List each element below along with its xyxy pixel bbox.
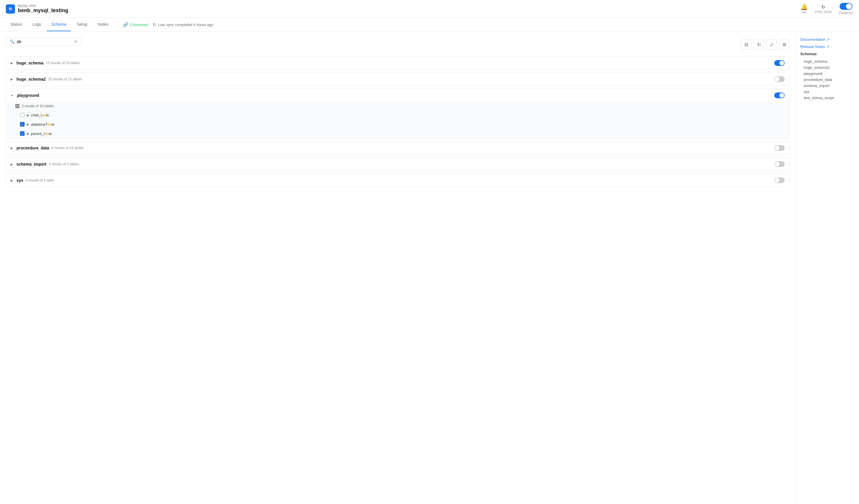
sidebar-item-playground[interactable]: playground	[800, 70, 854, 77]
schema-toggle-sys[interactable]	[774, 177, 785, 183]
table-summary-text: 3 results of 10 tables	[22, 104, 54, 108]
schema-name-playground: playground	[17, 93, 39, 98]
highlight-span: ab	[45, 131, 49, 136]
filter-button[interactable]: ⊟	[741, 39, 751, 50]
schema-header-playground[interactable]: ▼ playground	[6, 89, 789, 102]
tab-logs[interactable]: Logs	[28, 18, 46, 31]
header-right: 🔔 ON ↻ SYNC NOW ENABLED	[801, 3, 853, 15]
sidebar-item-schema-import[interactable]: schema_import	[800, 83, 854, 89]
release-notes-label: Release Notes ↗	[800, 45, 829, 49]
toggle-switch-sys[interactable]	[774, 177, 785, 183]
connected-label: Connected	[130, 22, 148, 27]
sidebar-schema-list: huge_schema huge_schema2 playground proc…	[800, 58, 854, 101]
schema-name-schema-import: schema_import	[16, 162, 46, 167]
settings-button[interactable]: ⚙	[779, 39, 789, 50]
schema-toggle-playground[interactable]	[774, 93, 785, 98]
schema-body-playground: 3 results of 10 tables ▶ child_table ▶ d…	[6, 102, 789, 138]
enabled-label: ENABLED	[839, 12, 853, 15]
schema-toggle-schema-import[interactable]	[774, 161, 785, 167]
header-subtitle: MySQL RDS	[18, 4, 68, 7]
header-left: M MySQL RDS benb_mysql_testing	[6, 4, 68, 14]
sync-status: ↻ Last sync completed 4 hours ago	[153, 22, 213, 27]
schema-count-huge-schema2: 15 results of 15 tables	[48, 77, 82, 81]
toggle-switch-huge-schema2[interactable]	[774, 76, 785, 82]
schema-toggle-huge-schema[interactable]	[774, 60, 785, 66]
schema-header-proceedure-data[interactable]: ▶ proceedure_data 0 results of 24 tables	[6, 142, 789, 154]
table-name-datetime-table: datetimeTable	[31, 122, 55, 127]
sidebar-item-proceedure-data[interactable]: proceedure_data	[800, 77, 854, 83]
documentation-link[interactable]: Documentation ↗	[800, 37, 854, 42]
enabled-toggle[interactable]: ENABLED	[839, 3, 853, 15]
chevron-down-icon: ▼	[11, 94, 14, 97]
checkbox-datetime-table[interactable]	[20, 122, 25, 127]
toggle-switch-huge-schema[interactable]	[774, 60, 785, 66]
toggle-switch-proceedure-data[interactable]	[774, 145, 785, 151]
table-row: ▶ parent_table	[6, 129, 789, 138]
tab-status[interactable]: Status	[6, 18, 27, 31]
header-title: benb_mysql_testing	[18, 7, 68, 14]
refresh-icon: ↻	[822, 4, 825, 10]
nav-tabs: Status Logs Schema Setup Notes 🔗 Connect…	[0, 18, 859, 31]
schema-name-huge-schema: huge_schema	[16, 61, 43, 65]
schema-header-huge-schema[interactable]: ▶ huge_schema 15 results of 20 tables	[6, 57, 789, 69]
sidebar-item-huge-schema2[interactable]: huge_schema2	[800, 64, 854, 70]
notification-button[interactable]: 🔔 ON	[801, 3, 808, 14]
content-area: 🔍 ✕ ⊟ ↻ ⤢ ⚙ ▶ huge_schema 15 results of …	[0, 31, 795, 504]
schema-count-proceedure-data: 0 results of 24 tables	[51, 146, 84, 150]
schema-section-playground: ▼ playground 3 results of 10 tables ▶ ch…	[6, 89, 789, 138]
sync-label: Last sync completed 4 hours ago	[158, 22, 213, 27]
table-row: ▶ child_table	[6, 110, 789, 120]
checkbox-child-table[interactable]	[20, 113, 25, 117]
table-expand-icon[interactable]: ▶	[27, 132, 29, 135]
table-summary-playground: 3 results of 10 tables	[6, 102, 789, 110]
schema-section-sys: ▶ sys 0 results of 1 table	[6, 174, 789, 187]
nav-divider	[118, 22, 118, 28]
toggle-switch-schema-import[interactable]	[774, 161, 785, 167]
minus-icon	[15, 104, 19, 108]
schema-section-huge-schema2: ▶ huge_schema2 15 results of 15 tables	[6, 73, 789, 86]
release-notes-link[interactable]: Release Notes ↗	[800, 45, 854, 49]
app-logo: M	[6, 4, 15, 14]
schemas-sidebar-title: Schemas	[800, 52, 854, 56]
schema-name-sys: sys	[16, 178, 23, 183]
main-layout: 🔍 ✕ ⊟ ↻ ⤢ ⚙ ▶ huge_schema 15 results of …	[0, 31, 859, 504]
checkbox-parent-table[interactable]	[20, 131, 25, 136]
clear-search-icon[interactable]: ✕	[74, 39, 77, 44]
schema-toggle-huge-schema2[interactable]	[774, 76, 785, 82]
schema-name-huge-schema2: huge_schema2	[16, 77, 46, 81]
bell-icon: 🔔	[801, 3, 808, 11]
schema-count-huge-schema: 15 results of 20 tables	[46, 61, 79, 65]
enabled-toggle-switch[interactable]	[840, 3, 852, 10]
expand-all-button[interactable]: ⤢	[766, 39, 777, 50]
connection-status: 🔗 Connected	[123, 22, 148, 28]
table-expand-icon[interactable]: ▶	[27, 123, 29, 126]
sidebar-item-sys[interactable]: sys	[800, 89, 854, 95]
sync-now-button[interactable]: ↻ SYNC NOW	[815, 4, 832, 14]
tab-setup[interactable]: Setup	[72, 18, 92, 31]
sidebar-item-test-shivas-script[interactable]: test_shivas_script	[800, 95, 854, 101]
schema-header-sys[interactable]: ▶ sys 0 results of 1 table	[6, 174, 789, 187]
highlight-span: ab	[42, 113, 46, 117]
search-icon: 🔍	[10, 39, 14, 44]
chevron-right-icon: ▶	[11, 146, 13, 150]
schema-header-schema-import[interactable]: ▶ schema_import 2 results of 2 tables	[6, 158, 789, 171]
tab-schema[interactable]: Schema	[47, 18, 71, 31]
table-row: ▶ datetimeTable	[6, 120, 789, 129]
connected-icon: 🔗	[123, 22, 129, 28]
chevron-right-icon: ▶	[11, 78, 13, 81]
table-name-parent-table: parent_table	[31, 131, 52, 136]
table-expand-icon[interactable]: ▶	[27, 114, 29, 117]
tab-notes[interactable]: Notes	[93, 18, 113, 31]
search-input[interactable]	[17, 39, 72, 44]
header: M MySQL RDS benb_mysql_testing 🔔 ON ↻ SY…	[0, 0, 859, 18]
refresh-button[interactable]: ↻	[754, 39, 764, 50]
schema-header-huge-schema2[interactable]: ▶ huge_schema2 15 results of 15 tables	[6, 73, 789, 85]
sidebar-item-huge-schema[interactable]: huge_schema	[800, 58, 854, 64]
sync-now-label: SYNC NOW	[815, 11, 832, 14]
schema-toggle-proceedure-data[interactable]	[774, 145, 785, 151]
sync-icon: ↻	[153, 22, 156, 27]
search-bar: 🔍 ✕	[6, 37, 81, 46]
toggle-switch-playground[interactable]	[774, 93, 785, 98]
schema-section-proceedure-data: ▶ proceedure_data 0 results of 24 tables	[6, 141, 789, 155]
chevron-right-icon: ▶	[11, 163, 13, 166]
